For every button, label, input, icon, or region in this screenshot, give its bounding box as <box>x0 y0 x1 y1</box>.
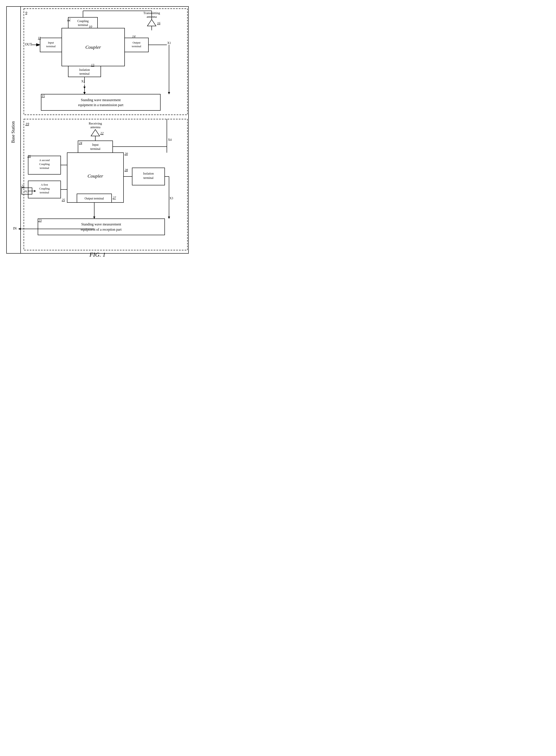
main-diagram: Base Station 9 Transmitting antenna 16 O… <box>4 4 191 264</box>
svg-marker-3 <box>147 20 156 26</box>
isolation-terminal-upper: Isolation <box>79 68 90 72</box>
svg-rect-31 <box>78 141 113 153</box>
fig-label: FIG. 1 <box>89 251 106 258</box>
coupling-terminal-upper-label: Coupling <box>77 20 89 23</box>
num-11: 11 <box>38 36 41 40</box>
num-25: 25 <box>62 198 65 202</box>
x2-label: X2 <box>81 80 85 83</box>
out-label: OUT <box>25 42 32 46</box>
num-10: 10 <box>89 25 92 28</box>
upper-section-number: 9 <box>25 11 27 15</box>
base-station-label: Base Station <box>11 121 15 143</box>
isolation-terminal-lower2: terminal <box>143 176 153 180</box>
coupler-upper-label: Coupler <box>85 44 101 50</box>
num-22: 22 <box>100 131 104 135</box>
num-26: 26 <box>28 154 31 158</box>
input-terminal-lower: Input <box>92 143 99 146</box>
input-terminal-upper: Input <box>48 41 54 44</box>
first-coupling-label1: A first <box>41 183 48 186</box>
x3-label: X3 <box>169 197 173 200</box>
num-15: 15 <box>42 94 45 98</box>
num-21: 21 <box>21 184 25 188</box>
num-20: 20 <box>125 152 128 155</box>
num-28: 28 <box>125 168 128 172</box>
standing-wave-upper-label1: Standing wave measurement <box>81 98 121 102</box>
svg-marker-25 <box>83 92 85 94</box>
svg-rect-23 <box>41 94 160 110</box>
second-coupling-label3: terminal <box>40 166 49 169</box>
num-14: 14 <box>132 35 136 38</box>
svg-marker-27 <box>168 92 170 94</box>
standing-wave-lower-label1: Standing wave measurement <box>81 222 121 226</box>
standing-wave-upper-label2: equipment in a transmission part <box>78 103 124 107</box>
svg-rect-0 <box>6 6 188 253</box>
second-coupling-label2: Coupling <box>39 162 50 166</box>
svg-marker-29 <box>91 129 100 136</box>
svg-marker-50 <box>168 217 170 219</box>
pll-label: PLL <box>24 190 29 193</box>
svg-marker-53 <box>93 217 95 219</box>
page-container: Base Station 9 Transmitting antenna 16 O… <box>4 4 191 264</box>
receiving-antenna-label2: antenna <box>90 125 101 129</box>
isolation-terminal-lower: Isolation <box>143 172 154 175</box>
x1-label: X1 <box>167 41 171 45</box>
num-23: 23 <box>38 219 42 222</box>
first-coupling-label2: Coupling <box>39 187 50 190</box>
second-coupling-label1: A second <box>39 158 50 162</box>
isolation-terminal-upper2: terminal <box>79 72 90 75</box>
standing-wave-lower-label2: equipment of a reception part <box>81 228 122 231</box>
input-terminal-upper2: terminal <box>46 45 56 48</box>
svg-marker-60 <box>38 44 40 46</box>
num-12: 12 <box>67 18 71 21</box>
lower-section-number: 19 <box>25 122 29 126</box>
output-terminal-upper2: terminal <box>132 45 141 48</box>
num-27: 27 <box>113 196 116 199</box>
first-coupling-label3: terminal <box>40 191 49 194</box>
num-13: 13 <box>91 63 94 67</box>
num-24: 24 <box>79 141 82 145</box>
output-terminal-upper: Output <box>133 41 141 44</box>
coupling-terminal-upper-label2: terminal <box>78 24 88 27</box>
x4-label: X4 <box>168 138 172 141</box>
receiving-antenna-label: Receiving <box>89 122 102 125</box>
svg-marker-55 <box>19 228 21 230</box>
in-label: IN <box>13 227 17 230</box>
input-terminal-lower2: terminal <box>90 147 101 151</box>
antenna-16-number: 16 <box>157 22 161 25</box>
svg-rect-51 <box>38 219 165 235</box>
svg-marker-40 <box>34 190 36 192</box>
output-terminal-lower: Output terminal <box>84 197 104 200</box>
coupler-lower-label: Coupler <box>88 173 103 179</box>
